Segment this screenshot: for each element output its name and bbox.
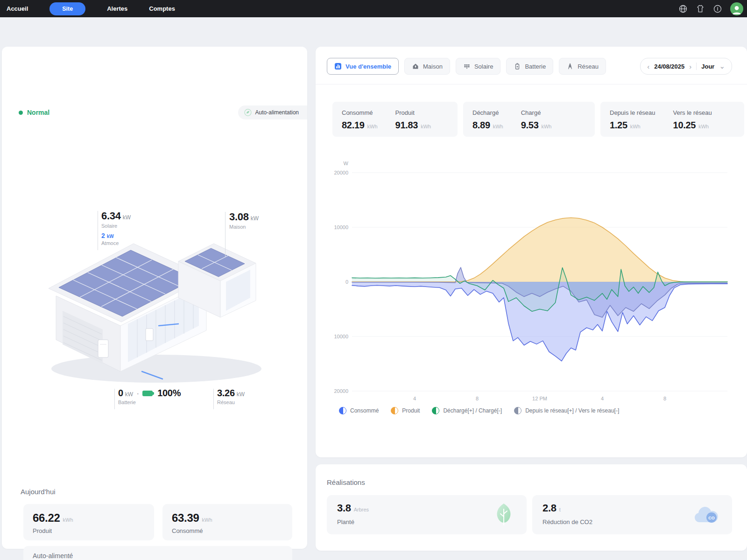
callout-line: [213, 389, 214, 409]
nav-right: [678, 2, 740, 15]
tab-label: Batterie: [525, 63, 546, 70]
date-control[interactable]: ‹ 24/08/2025 › Jour ⌄: [640, 58, 732, 75]
legend-produit-marker: [391, 407, 398, 414]
power-chart[interactable]: 200001000001000020000W4812 PM48: [316, 154, 747, 406]
self-power-badge[interactable]: Auto-alimentation: [238, 105, 307, 119]
self-powered-card: Auto-alimenté 99.6%: [23, 546, 292, 560]
nav-item-alertes[interactable]: Alertes: [107, 5, 127, 12]
svg-text:8: 8: [663, 396, 666, 401]
battery-icon: [142, 391, 153, 396]
chart-legend: Consommé Produit Déchargé[+] / Chargé[-]…: [339, 407, 619, 414]
stats-group-grid: Depuis le réseau 1.25kWh Vers le réseau …: [600, 102, 744, 137]
nav-item-comptes[interactable]: Comptes: [149, 5, 175, 12]
date-value[interactable]: 24/08/2025: [654, 63, 684, 70]
callout-line: [114, 389, 115, 409]
flow-maison: 3.08 kW Maison: [229, 211, 259, 230]
trees-label: Planté: [337, 518, 516, 525]
legend-reseau[interactable]: Depuis le réseau[+] / Vers le réseau[-]: [514, 407, 619, 414]
trees-tile: 3.8Arbres Planté: [327, 495, 527, 534]
atmoce-unit: kW: [107, 234, 114, 239]
solar-panel-icon: [463, 63, 471, 70]
legend-produit[interactable]: Produit: [391, 407, 420, 414]
range-select[interactable]: Jour: [701, 63, 714, 70]
reseau-value: 3.26: [217, 388, 235, 399]
tab-solaire[interactable]: Solaire: [456, 58, 500, 75]
tab-maison[interactable]: Maison: [404, 58, 450, 75]
nav-item-site[interactable]: Site: [49, 2, 85, 15]
tab-reseau[interactable]: Réseau: [559, 58, 606, 75]
svg-text:20000: 20000: [334, 170, 348, 175]
co2-icon-text: CO: [708, 516, 715, 520]
header-divider: [316, 84, 747, 84]
globe-icon[interactable]: [678, 4, 688, 14]
legend-consomme[interactable]: Consommé: [339, 407, 379, 414]
tab-batterie[interactable]: Batterie: [506, 58, 553, 75]
stats-group-consumption: Consommé 82.19kWh Produit 91.83kWh: [332, 102, 458, 137]
site-status: Normal: [19, 109, 49, 116]
flow-solaire: 6.34 kW Solaire 2 kW Atmoce: [101, 210, 131, 246]
top-nav: Accueil Site Alertes Comptes: [0, 0, 747, 17]
flow-reseau: 3.26 kW Réseau: [217, 388, 245, 405]
co2-value: 2.8: [543, 502, 557, 514]
prev-day-icon[interactable]: ‹: [647, 63, 649, 70]
today-produit-label: Produit: [33, 527, 145, 534]
today-produit-unit: kWh: [63, 517, 73, 523]
self-powered-label: Auto-alimenté: [33, 552, 283, 560]
atmoce-label: Atmoce: [101, 240, 131, 246]
trees-value: 3.8: [337, 502, 351, 514]
tab-label: Solaire: [474, 63, 493, 70]
batterie-value: 0: [118, 388, 123, 399]
legend-decharge-marker: [432, 407, 439, 414]
today-consomme-tile: 63.39kWh Consommé: [162, 504, 292, 540]
svg-text:4: 4: [413, 396, 416, 401]
stat-consomme: Consommé 82.19kWh: [342, 109, 378, 129]
overview-chart-icon: [334, 63, 342, 70]
tab-vue-densemble[interactable]: Vue d'ensemble: [327, 58, 399, 75]
tab-label: Vue d'ensemble: [345, 63, 391, 70]
next-day-icon[interactable]: ›: [689, 63, 691, 70]
batterie-label: Batterie: [118, 399, 181, 405]
solaire-label: Solaire: [101, 223, 131, 229]
reseau-label: Réseau: [217, 399, 245, 405]
today-consomme-value: 63.39: [172, 511, 199, 524]
svg-text:12 PM: 12 PM: [532, 396, 547, 401]
battery-tab-icon: [514, 63, 521, 70]
site-card: Normal Auto-alimentation: [2, 47, 307, 549]
trees-unit: Arbres: [354, 507, 369, 512]
solaire-unit: kW: [123, 214, 131, 221]
co2-tile: 2.8t Réduction de CO2 CO: [532, 495, 732, 534]
info-icon[interactable]: [713, 4, 722, 14]
stat-produit: Produit 91.83kWh: [395, 109, 431, 129]
divider: [696, 63, 697, 70]
self-power-badge-label: Auto-alimentation: [255, 109, 299, 116]
nav-item-accueil[interactable]: Accueil: [7, 5, 28, 12]
atmoce-value: 2: [101, 232, 105, 239]
legend-reseau-marker: [514, 407, 521, 414]
stats-group-battery: Déchargé 8.89kWh Chargé 9.53kWh: [463, 102, 595, 137]
home-icon: [412, 63, 419, 70]
legend-decharge-charge[interactable]: Déchargé[+] / Chargé[-]: [432, 407, 502, 414]
today-consomme-label: Consommé: [172, 527, 283, 534]
stat-depuis-reseau: Depuis le réseau 1.25kWh: [610, 109, 655, 129]
achievements-title: Réalisations: [327, 478, 365, 486]
daily-stats: Consommé 82.19kWh Produit 91.83kWh Décha…: [332, 102, 744, 137]
chevron-down-icon[interactable]: ⌄: [719, 62, 725, 70]
stat-charge: Chargé 9.53kWh: [521, 109, 552, 129]
stat-decharge: Déchargé 8.89kWh: [472, 109, 503, 129]
separator-dot: ·: [136, 389, 139, 399]
stat-vers-reseau: Vers le réseau 10.25kWh: [673, 109, 712, 129]
solaire-value: 6.34: [101, 210, 121, 222]
shop-icon[interactable]: [696, 4, 705, 14]
tab-label: Maison: [423, 63, 443, 70]
svg-text:10000: 10000: [334, 224, 348, 230]
status-label: Normal: [27, 109, 49, 116]
callout-line: [98, 211, 98, 250]
user-avatar[interactable]: [730, 2, 743, 15]
batterie-unit: kW: [125, 391, 133, 398]
today-consomme-unit: kWh: [202, 517, 212, 523]
svg-text:20000: 20000: [334, 388, 348, 394]
view-tabs: Vue d'ensemble Maison Solaire Batterie R…: [327, 58, 606, 75]
svg-text:4: 4: [601, 396, 604, 401]
nav-items: Accueil Site Alertes Comptes: [7, 2, 175, 15]
pylon-icon: [566, 63, 574, 70]
